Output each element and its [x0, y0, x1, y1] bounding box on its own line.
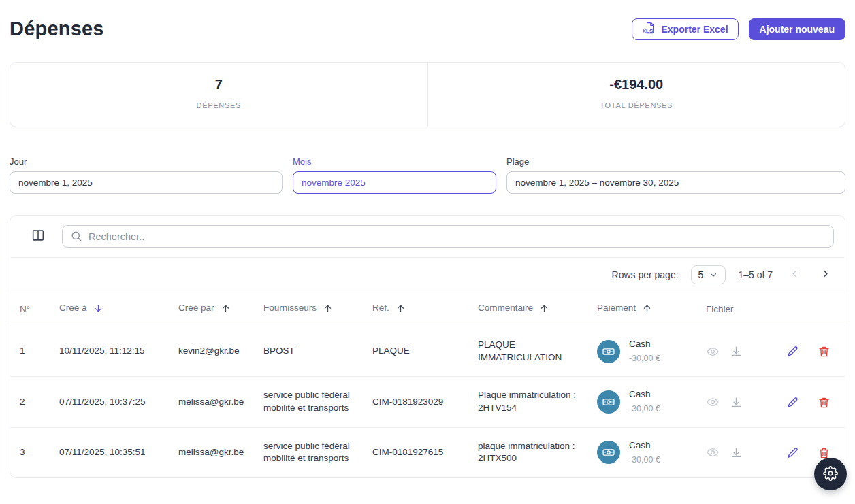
columns-icon: [31, 228, 46, 245]
rows-per-page-select[interactable]: 5: [691, 265, 726, 284]
cell-payment: Cash -30,00 €: [587, 427, 696, 477]
expenses-table: N°Créé àCréé parFournisseursRéf.Commenta…: [10, 292, 845, 477]
column-header-file: Fichier: [696, 292, 768, 326]
payment-method: Cash: [629, 439, 660, 452]
cell-actions: [768, 377, 845, 427]
cell-created-by: melissa@gkr.be: [169, 377, 254, 427]
arrow-up-icon: [221, 303, 231, 316]
column-label: Réf.: [372, 303, 389, 313]
column-header-created-at[interactable]: Créé à: [50, 292, 169, 326]
pencil-icon[interactable]: [786, 345, 799, 358]
page-title: Dépenses: [10, 18, 104, 40]
payment-method: Cash: [629, 338, 660, 351]
arrow-up-icon: [539, 303, 549, 316]
trash-icon[interactable]: [818, 345, 830, 358]
chevron-down-icon: [709, 270, 718, 280]
cell-ref: PLAQUE: [363, 326, 468, 377]
cell-supplier: service public fédéral mobilité et trans…: [254, 377, 363, 427]
eye-icon[interactable]: [706, 446, 720, 459]
cash-icon: [597, 441, 620, 464]
total-value: -€194.00: [428, 77, 845, 93]
search-icon: [70, 230, 83, 246]
date-filters: Jour Mois Plage: [10, 156, 845, 194]
total-label: TOTAL DÉPENSES: [428, 101, 845, 110]
row-number: 1: [10, 326, 50, 377]
pencil-icon[interactable]: [786, 446, 799, 459]
pagination-bar: Rows per page: 5 1–5 of 7: [10, 257, 845, 292]
next-page-button[interactable]: [820, 268, 831, 282]
column-header-created-by[interactable]: Créé par: [169, 292, 254, 326]
page-chevrons: [789, 268, 831, 282]
summary-card: 7 DÉPENSES -€194.00 TOTAL DÉPENSES: [10, 62, 845, 127]
chevron-right-icon: [820, 268, 831, 282]
table-toolbar: [10, 216, 845, 257]
expenses-page: Dépenses XLS Exporter Excel Ajouter nouv…: [0, 18, 855, 478]
arrow-up-icon: [642, 303, 652, 316]
export-excel-button[interactable]: XLS Exporter Excel: [632, 18, 738, 40]
search-input[interactable]: [62, 225, 834, 248]
filter-day-label: Jour: [10, 156, 283, 167]
rows-per-page-value: 5: [698, 269, 704, 280]
cell-supplier: BPOST: [254, 326, 363, 377]
table-row: 3 07/11/2025, 10:35:51 melissa@gkr.be se…: [10, 427, 845, 477]
cell-created-by: kevin2@gkr.be: [169, 326, 254, 377]
column-label: N°: [20, 304, 30, 314]
xls-file-icon: XLS: [642, 21, 656, 37]
download-icon[interactable]: [730, 396, 743, 409]
download-icon[interactable]: [730, 345, 743, 358]
cash-icon: [597, 340, 620, 363]
summary-total: -€194.00 TOTAL DÉPENSES: [428, 63, 845, 127]
table-header-row: N°Créé àCréé parFournisseursRéf.Commenta…: [10, 292, 845, 326]
topbar: Dépenses XLS Exporter Excel Ajouter nouv…: [10, 18, 845, 40]
export-excel-label: Exporter Excel: [661, 24, 728, 35]
gear-icon: [823, 466, 838, 483]
topbar-actions: XLS Exporter Excel Ajouter nouveau: [632, 18, 845, 40]
filter-day-input[interactable]: [10, 171, 283, 194]
payment-amount: -30,00 €: [629, 454, 660, 467]
cell-ref: CIM-0181927615: [363, 427, 468, 477]
cell-created-at: 07/11/2025, 10:37:25: [50, 377, 169, 427]
add-new-button[interactable]: Ajouter nouveau: [749, 18, 845, 40]
filter-month: Mois: [293, 156, 496, 194]
cell-file: [696, 326, 768, 377]
cell-created-at: 10/11/2025, 11:12:15: [50, 326, 169, 377]
settings-fab-button[interactable]: [814, 458, 847, 490]
filter-range-label: Plage: [506, 156, 845, 167]
table-row: 1 10/11/2025, 11:12:15 kevin2@gkr.be BPO…: [10, 326, 845, 377]
cell-file: [696, 427, 768, 477]
cell-payment: Cash -30,00 €: [587, 377, 696, 427]
filter-day: Jour: [10, 156, 283, 194]
column-header-payment[interactable]: Paiement: [587, 292, 696, 326]
add-new-label: Ajouter nouveau: [760, 24, 835, 35]
arrow-up-icon: [323, 303, 333, 316]
cell-created-by: melissa@gkr.be: [169, 427, 254, 477]
cell-ref: CIM-0181923029: [363, 377, 468, 427]
download-icon[interactable]: [730, 446, 743, 459]
column-header-ref[interactable]: Réf.: [363, 292, 468, 326]
pagination-range-label: 1–5 of 7: [738, 269, 773, 280]
cell-created-at: 07/11/2025, 10:35:51: [50, 427, 169, 477]
column-label: Paiement: [597, 303, 636, 313]
search-wrap: [62, 225, 834, 248]
column-label: Fournisseurs: [263, 303, 317, 313]
eye-icon[interactable]: [706, 345, 720, 358]
column-label: Créé à: [59, 303, 87, 313]
arrow-down-icon: [93, 303, 103, 316]
column-label: Créé par: [178, 303, 214, 313]
column-visibility-button[interactable]: [29, 228, 47, 246]
filter-range-input[interactable]: [506, 171, 845, 194]
cell-file: [696, 377, 768, 427]
column-header-comment[interactable]: Commentaire: [468, 292, 587, 326]
pencil-icon[interactable]: [786, 396, 799, 409]
cell-comment: plaque immatriculation : 2HTX500: [468, 427, 587, 477]
trash-icon[interactable]: [818, 396, 830, 409]
column-label: Commentaire: [478, 303, 533, 313]
eye-icon[interactable]: [706, 395, 720, 409]
cell-supplier: service public fédéral mobilité et trans…: [254, 427, 363, 477]
column-header-suppliers[interactable]: Fournisseurs: [254, 292, 363, 326]
column-label: Fichier: [706, 304, 734, 314]
rows-per-page-label: Rows per page:: [612, 269, 679, 280]
filter-month-input[interactable]: [293, 171, 496, 194]
row-number: 2: [10, 377, 50, 427]
summary-expenses-count: 7 DÉPENSES: [10, 63, 428, 127]
